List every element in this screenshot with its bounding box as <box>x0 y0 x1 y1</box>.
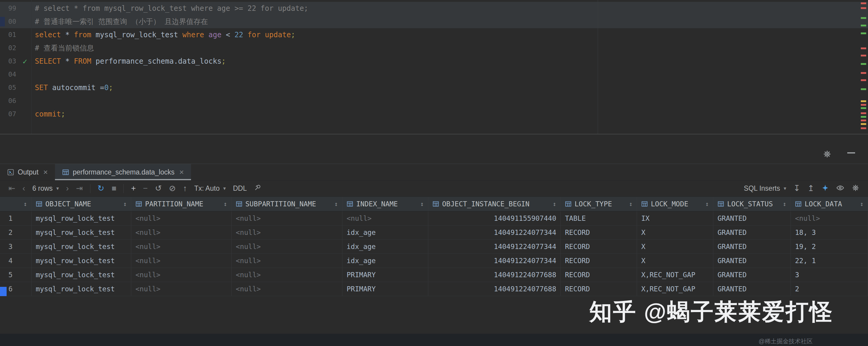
stripe-mark[interactable] <box>861 55 866 57</box>
column-header[interactable]: OBJECT_INSTANCE_BEGIN↕ <box>428 197 561 211</box>
add-row-icon[interactable]: + <box>131 184 136 192</box>
first-page-icon[interactable]: ⇤ <box>8 184 15 192</box>
table-cell[interactable]: X <box>637 226 713 240</box>
previous-page-icon[interactable]: ‹ <box>23 184 25 192</box>
table-cell[interactable]: 18, 3 <box>791 226 868 240</box>
stripe-mark[interactable] <box>861 116 866 118</box>
table-cell[interactable]: 3 <box>791 268 868 282</box>
table-cell[interactable]: mysql_row_lock_test <box>32 282 131 296</box>
refresh-icon[interactable]: ↻ <box>98 184 104 192</box>
sort-icon[interactable]: ↕ <box>629 200 632 208</box>
table-cell[interactable]: 140491224077344 <box>428 254 561 268</box>
sort-icon[interactable]: ↕ <box>860 200 864 208</box>
stripe-mark[interactable] <box>861 63 866 65</box>
tx-mode-dropdown[interactable]: Tx: Auto ▾ <box>194 184 226 192</box>
sort-icon[interactable]: ↕ <box>420 200 424 208</box>
stripe-mark[interactable] <box>861 7 866 9</box>
column-header[interactable]: SUBPARTITION_NAME↕ <box>231 197 342 211</box>
table-cell[interactable]: mysql_row_lock_test <box>32 212 131 225</box>
stripe-mark[interactable] <box>861 123 866 125</box>
table-cell[interactable]: RECORD <box>561 254 637 268</box>
editor-line[interactable]: 04 <box>0 68 868 81</box>
table-cell[interactable]: mysql_row_lock_test <box>32 268 131 282</box>
table-cell[interactable]: 19, 2 <box>791 240 868 253</box>
table-cell[interactable]: 140491155907440 <box>428 212 561 225</box>
table-cell[interactable]: <null> <box>131 254 231 268</box>
column-header[interactable]: LOCK_MODE↕ <box>637 197 713 211</box>
table-cell[interactable]: <null> <box>791 212 868 225</box>
column-header[interactable]: LOCK_STATUS↕ <box>713 197 791 211</box>
table-row[interactable]: 3mysql_row_lock_test<null><null>idx_age1… <box>0 240 868 254</box>
stripe-mark[interactable] <box>861 17 866 19</box>
sort-icon[interactable]: ↕ <box>705 200 709 208</box>
revert-icon[interactable]: ↺ <box>155 184 162 192</box>
table-cell[interactable]: 140491224077688 <box>428 268 561 282</box>
stripe-mark[interactable] <box>861 104 866 106</box>
sort-icon[interactable]: ↕ <box>334 200 338 208</box>
table-cell[interactable]: <null> <box>231 240 342 253</box>
stripe-mark[interactable] <box>861 107 866 109</box>
row-number[interactable]: 3 <box>0 240 32 253</box>
ddl-button[interactable]: DDL <box>233 184 247 192</box>
table-cell[interactable]: idx_age <box>342 240 428 253</box>
table-cell[interactable]: RECORD <box>561 226 637 240</box>
table-cell[interactable]: <null> <box>231 212 342 225</box>
table-cell[interactable]: <null> <box>131 282 231 296</box>
table-row[interactable]: 6mysql_row_lock_test<null><null>PRIMARY1… <box>0 282 868 296</box>
star-icon[interactable] <box>822 184 829 193</box>
tab-output[interactable]: Output × <box>0 164 55 180</box>
table-cell[interactable]: 2 <box>791 282 868 296</box>
table-cell[interactable]: 140491224077344 <box>428 226 561 240</box>
table-cell[interactable]: GRANTED <box>713 226 791 240</box>
table-row[interactable]: 2mysql_row_lock_test<null><null>idx_age1… <box>0 226 868 240</box>
row-number[interactable]: 5 <box>0 268 32 282</box>
next-page-icon[interactable]: › <box>66 184 69 192</box>
column-header[interactable]: LOCK_TYPE↕ <box>561 197 637 211</box>
rows-count-dropdown[interactable]: 6 rows ▾ <box>32 184 59 192</box>
table-cell[interactable]: mysql_row_lock_test <box>32 254 131 268</box>
minimize-panel-icon[interactable] <box>846 149 856 159</box>
stripe-mark[interactable] <box>861 88 866 90</box>
editor-line[interactable]: 07commit; <box>0 107 868 121</box>
panel-settings-gear-icon[interactable] <box>823 149 832 159</box>
editor-line[interactable]: 03✓SELECT * FROM performance_schema.data… <box>0 55 868 68</box>
sql-editor[interactable]: 99# select * from mysql_row_lock_test wh… <box>0 0 868 134</box>
submit-icon[interactable]: ↑ <box>183 184 187 192</box>
column-header[interactable]: PARTITION_NAME↕ <box>131 197 231 211</box>
eye-view-options-icon[interactable] <box>836 184 844 193</box>
table-cell[interactable]: <null> <box>231 268 342 282</box>
table-cell[interactable]: RECORD <box>561 268 637 282</box>
editor-line[interactable]: 02# 查看当前锁信息 <box>0 41 868 55</box>
import-upload-icon[interactable]: ↥ <box>807 184 814 192</box>
table-cell[interactable]: 140491224077688 <box>428 282 561 296</box>
sort-icon[interactable]: ↕ <box>553 200 556 208</box>
table-cell[interactable]: X,REC_NOT_GAP <box>637 282 713 296</box>
table-cell[interactable]: <null> <box>231 254 342 268</box>
export-download-icon[interactable]: ↧ <box>794 184 800 192</box>
table-cell[interactable]: GRANTED <box>713 254 791 268</box>
column-header[interactable]: LOCK_DATA↕ <box>791 197 868 211</box>
table-cell[interactable]: <null> <box>131 268 231 282</box>
stripe-mark[interactable] <box>861 72 866 74</box>
grid-settings-gear-icon[interactable] <box>851 184 860 193</box>
table-cell[interactable]: <null> <box>131 240 231 253</box>
stripe-mark[interactable] <box>861 100 866 102</box>
pin-tab-icon[interactable] <box>254 184 261 193</box>
table-cell[interactable]: TABLE <box>561 212 637 225</box>
table-cell[interactable]: <null> <box>131 226 231 240</box>
column-header[interactable]: INDEX_NAME↕ <box>342 197 428 211</box>
sort-icon[interactable]: ↕ <box>24 200 27 208</box>
stop-icon[interactable]: ■ <box>112 184 116 192</box>
table-cell[interactable]: GRANTED <box>713 282 791 296</box>
stripe-mark[interactable] <box>861 112 866 114</box>
table-cell[interactable]: GRANTED <box>713 212 791 225</box>
sql-inserts-dropdown[interactable]: SQL Inserts ▾ <box>744 184 786 192</box>
last-page-icon[interactable]: ⇥ <box>76 184 83 192</box>
table-cell[interactable]: X <box>637 254 713 268</box>
table-cell[interactable]: IX <box>637 212 713 225</box>
table-cell[interactable]: <null> <box>231 282 342 296</box>
table-row[interactable]: 4mysql_row_lock_test<null><null>idx_age1… <box>0 254 868 268</box>
stripe-mark[interactable] <box>861 127 866 129</box>
editor-line[interactable]: 05SET autocommit =0; <box>0 81 868 94</box>
stripe-mark[interactable] <box>861 48 866 49</box>
